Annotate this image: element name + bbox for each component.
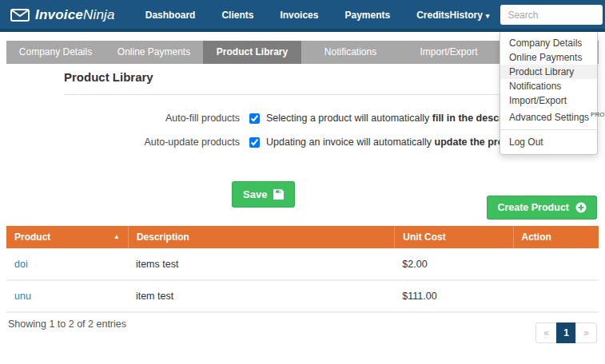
cell-unit-cost: $111.00 (394, 291, 512, 302)
tab-online-payments[interactable]: Online Payments (105, 41, 203, 64)
tab-import-export[interactable]: Import/Export (400, 41, 498, 64)
cell-unit-cost: $2.00 (394, 259, 512, 270)
pagination-page-1[interactable]: 1 (556, 322, 576, 343)
column-header-unit-cost[interactable]: Unit Cost (394, 226, 512, 248)
user-menu: Company DetailsOnline PaymentsProduct Li… (500, 32, 598, 155)
save-button[interactable]: Save (232, 181, 295, 208)
checkbox-auto-fill-products[interactable] (249, 113, 260, 124)
menu-item-log-out[interactable]: Log Out (500, 135, 597, 149)
menu-item-company-details[interactable]: Company Details (500, 36, 597, 50)
table-row-unu: unuitem test$111.00 (6, 281, 599, 313)
checkbox-auto-update-products[interactable] (249, 137, 260, 148)
navbar: InvoiceNinja DashboardClientsInvoicesPay… (0, 0, 605, 32)
tab-product-library[interactable]: Product Library (203, 41, 301, 64)
column-header-action[interactable]: Action (513, 226, 599, 248)
cell-product: doi (6, 259, 128, 270)
page-title: Product Library (64, 70, 571, 95)
caret-down-icon: ▾ (486, 12, 490, 20)
tab-company-details[interactable]: Company Details (6, 41, 105, 64)
settings-panel: Product Library Auto-fill productsSelect… (64, 70, 571, 208)
tab-notifications[interactable]: Notifications (301, 41, 400, 64)
pagination-prev-button[interactable]: « (535, 322, 557, 343)
navbar-right: History▾ Go Pro Denis Rendler▾ (450, 0, 605, 34)
cell-description: items test (128, 259, 394, 270)
pagination: « 1 » (535, 322, 597, 343)
settings-row-auto-fill-products: Auto-fill productsSelecting a product wi… (64, 113, 571, 124)
nav-link-payments[interactable]: Payments (344, 10, 390, 21)
table-body: doiitems test$2.00unuitem test$111.00 (6, 248, 599, 313)
settings-label-auto-update-products: Auto-update products (64, 136, 240, 148)
nav-link-invoices[interactable]: Invoices (280, 10, 318, 21)
cell-product: unu (6, 291, 128, 302)
settings-form: Auto-fill productsSelecting a product wi… (64, 113, 571, 148)
nav-link-clients[interactable]: Clients (221, 10, 253, 21)
menu-divider (500, 129, 597, 130)
table-header-row: Product▲DescriptionUnit CostAction (6, 226, 599, 248)
menu-item-online-payments[interactable]: Online Payments (500, 50, 597, 65)
sort-asc-icon: ▲ (113, 226, 120, 248)
menu-item-product-library[interactable]: Product Library (500, 65, 597, 79)
table-row-doi: doiitems test$2.00 (6, 249, 599, 281)
menu-item-import-export[interactable]: Import/Export (500, 93, 597, 108)
products-table: Product▲DescriptionUnit CostAction doiit… (6, 226, 599, 313)
pro-badge: PRO (591, 111, 604, 118)
menu-item-notifications[interactable]: Notifications (500, 79, 597, 93)
create-product-button[interactable]: Create Product (487, 196, 597, 220)
envelope-icon (10, 9, 30, 22)
app-title: InvoiceNinja (35, 7, 115, 23)
table-entries-info: Showing 1 to 2 of 2 entries (8, 318, 126, 330)
product-link-unu[interactable]: unu (14, 291, 31, 302)
save-floppy-icon (273, 189, 284, 200)
settings-label-auto-fill-products: Auto-fill products (64, 113, 240, 124)
nav-link-dashboard[interactable]: Dashboard (145, 10, 196, 21)
settings-row-auto-update-products: Auto-update productsUpdating an invoice … (64, 136, 571, 148)
app-logo[interactable]: InvoiceNinja (10, 7, 115, 23)
nav-link-credits[interactable]: Credits (416, 10, 449, 21)
plus-circle-icon (575, 202, 587, 213)
navbar-links: DashboardClientsInvoicesPaymentsCredits (145, 10, 450, 21)
cell-description: item test (128, 291, 394, 302)
pagination-next-button[interactable]: » (575, 322, 597, 343)
menu-item-advanced-settings[interactable]: Advanced SettingsPRO (500, 108, 597, 125)
search-input[interactable] (500, 5, 603, 25)
column-header-product[interactable]: Product▲ (6, 226, 128, 248)
product-link-doi[interactable]: doi (14, 259, 28, 270)
column-header-description[interactable]: Description (128, 226, 394, 248)
history-dropdown[interactable]: History▾ (450, 10, 490, 21)
